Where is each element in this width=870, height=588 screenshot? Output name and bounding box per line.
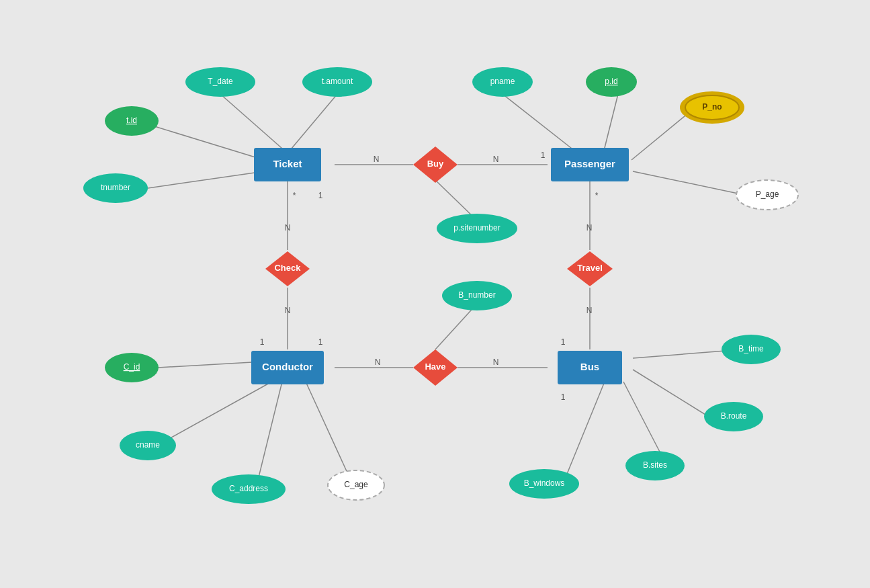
relation-buy-label: Buy [427,159,444,169]
svg-line-7 [603,94,618,153]
attr-p-sitenumber-label: p.sitenumber [453,223,500,233]
card-conductor-1-right: 1 [318,337,323,347]
card-buy-passenger-n: N [493,155,499,164]
attr-c-address-label: C_address [229,484,268,493]
attr-cname-label: cname [136,440,160,450]
card-travel-bus-n: N [586,306,593,315]
svg-line-8 [632,113,689,160]
entity-bus-label: Bus [580,361,599,372]
card-check-ticket-n: N [285,223,291,233]
attr-pname-label: pname [490,77,515,86]
attr-b-route-label: B.route [721,411,747,421]
svg-line-3 [148,171,264,188]
relation-have-label: Have [425,362,445,372]
attr-b-windows-label: B_windows [524,478,565,488]
attr-t-date-label: T_date [208,77,233,86]
card-bus-1-bottom: 1 [561,392,566,402]
er-diagram: Ticket Passenger Conductor Bus Buy Check… [0,0,870,588]
entity-conductor-label: Conductor [262,361,313,372]
svg-line-17 [259,382,282,477]
attr-t-id-label: t.id [126,116,137,125]
card-have-bus-n: N [493,358,499,367]
attr-p-no-label: P_no [702,102,722,112]
card-travel-passenger-n: N [586,223,593,233]
attr-c-id-label: C_id [124,362,140,372]
attr-p-age-label: P_age [756,190,779,199]
relation-travel-label: Travel [577,263,603,273]
svg-line-22 [633,351,726,358]
svg-line-0 [220,94,288,153]
attr-b-number-label: B_number [458,290,495,300]
card-bus-1-top: 1 [561,337,566,347]
svg-line-6 [503,94,578,153]
card-passenger-buy-1: 1 [541,151,546,160]
svg-line-16 [167,380,275,440]
card-ticket-check-1: 1 [318,191,323,200]
attr-tnumber-label: tnumber [101,183,130,192]
relation-check-label: Check [274,263,301,273]
card-ticket-buy-n: N [374,155,380,164]
svg-line-2 [155,126,264,160]
svg-line-25 [566,382,605,477]
card-conductor-1-left: 1 [260,337,265,347]
attr-b-sites-label: B.sites [643,460,667,470]
svg-line-15 [158,362,264,368]
attr-t-amount-label: t.amount [322,77,353,86]
entity-passenger-label: Passenger [564,158,615,169]
entity-ticket-label: Ticket [273,158,302,169]
attr-b-time-label: B_time [738,344,764,353]
svg-line-18 [306,382,349,477]
svg-line-23 [633,370,711,418]
card-conductor-have-n: N [375,358,381,367]
attr-c-age-label: C_age [344,480,368,489]
card-ticket-star: * [293,191,296,200]
attr-p-id-label: p.id [605,77,617,86]
svg-line-21 [435,304,477,349]
card-passenger-star: * [595,191,599,200]
svg-line-24 [623,382,662,457]
svg-line-9 [633,171,744,195]
svg-line-1 [288,94,337,153]
card-check-conductor-n: N [285,306,291,315]
